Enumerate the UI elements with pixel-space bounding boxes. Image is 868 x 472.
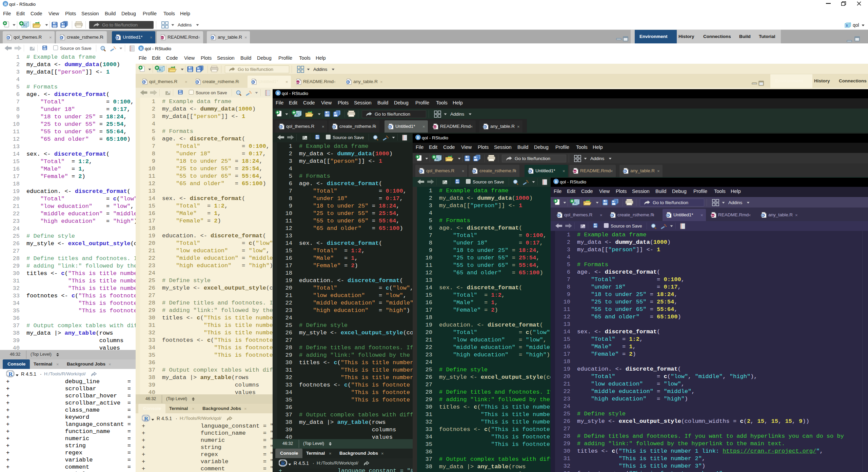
svg-text:R: R (417, 136, 420, 140)
svg-text:R: R (144, 415, 149, 422)
svg-text:R: R (484, 125, 486, 129)
svg-text:R: R (762, 214, 764, 217)
svg-text:R: R (846, 24, 849, 27)
svg-text:R: R (558, 214, 560, 217)
svg-text:Rmd: Rmd (711, 215, 714, 216)
svg-text:R: R (8, 371, 13, 377)
svg-text:R: R (529, 170, 531, 173)
svg-text:R: R (420, 170, 422, 173)
svg-text:R: R (196, 81, 198, 84)
svg-text:R: R (252, 81, 254, 84)
svg-text:R: R (333, 125, 335, 129)
svg-text:R: R (7, 36, 9, 39)
svg-text:R: R (140, 46, 143, 51)
svg-text:R: R (211, 36, 213, 39)
svg-text:R: R (116, 36, 118, 39)
svg-text:Rmd: Rmd (296, 81, 299, 83)
svg-text:R: R (280, 125, 282, 129)
svg-text:R: R (143, 81, 145, 84)
svg-text:R: R (60, 36, 62, 39)
svg-text:R: R (473, 170, 475, 173)
svg-text:R: R (4, 2, 7, 6)
svg-text:R: R (624, 170, 626, 173)
svg-text:R: R (281, 460, 285, 467)
svg-text:Rmd: Rmd (433, 126, 436, 128)
svg-text:R: R (667, 214, 669, 217)
svg-text:R: R (347, 81, 349, 84)
svg-text:R: R (611, 214, 613, 217)
svg-text:Rmd: Rmd (573, 171, 576, 172)
svg-text:Rmd: Rmd (160, 37, 163, 39)
svg-text:R: R (555, 180, 558, 184)
svg-text:R: R (389, 125, 391, 129)
svg-text:R: R (277, 91, 280, 95)
